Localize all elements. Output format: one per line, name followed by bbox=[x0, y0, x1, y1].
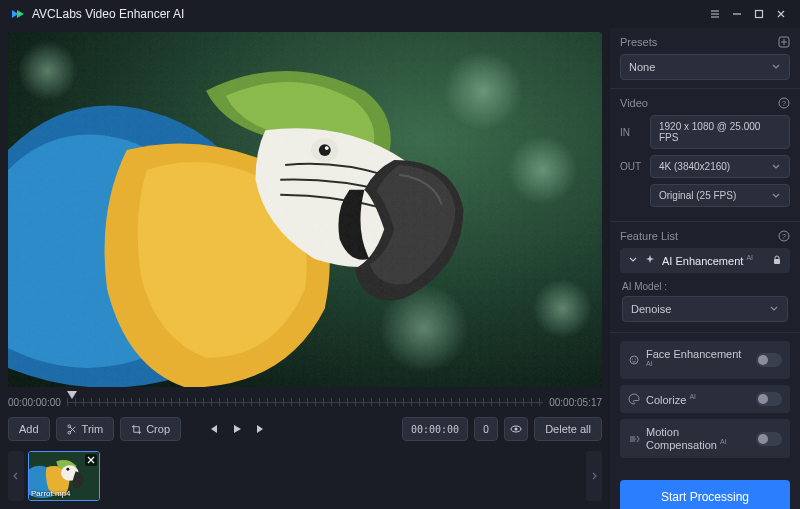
svg-point-25 bbox=[632, 358, 633, 359]
clip-remove-button[interactable] bbox=[85, 454, 97, 466]
logo-icon bbox=[10, 6, 26, 22]
thumb-next-button[interactable] bbox=[586, 451, 602, 501]
maximize-button[interactable] bbox=[750, 5, 768, 23]
video-help-button[interactable]: ? bbox=[778, 97, 790, 109]
video-preview bbox=[8, 32, 602, 387]
features-title: Feature List bbox=[620, 230, 678, 242]
out-label: OUT bbox=[620, 161, 644, 172]
app-logo: AVCLabs Video Enhancer AI bbox=[10, 6, 184, 22]
clip-thumbnail[interactable]: Parrot.mp4 bbox=[28, 451, 100, 501]
face-icon bbox=[628, 354, 640, 366]
svg-rect-10 bbox=[8, 32, 602, 387]
clip-name: Parrot.mp4 bbox=[31, 489, 71, 498]
ai-enhancement-header[interactable]: AI Enhancement AI bbox=[620, 248, 790, 273]
timeline-start: 00:00:00:00 bbox=[8, 397, 61, 408]
svg-point-11 bbox=[67, 424, 70, 427]
timeline-end: 00:00:05:17 bbox=[549, 397, 602, 408]
add-preset-button[interactable] bbox=[778, 36, 790, 48]
thumb-prev-button[interactable] bbox=[8, 451, 24, 501]
chevron-down-icon bbox=[771, 62, 781, 72]
prev-frame-button[interactable] bbox=[207, 423, 219, 435]
close-button[interactable] bbox=[772, 5, 790, 23]
palette-icon bbox=[628, 393, 640, 405]
svg-rect-0 bbox=[756, 11, 763, 18]
crop-button[interactable]: Crop bbox=[120, 417, 181, 441]
in-label: IN bbox=[620, 127, 644, 138]
preset-select[interactable]: None bbox=[620, 54, 790, 80]
svg-text:?: ? bbox=[782, 233, 786, 240]
timeline-track[interactable] bbox=[67, 395, 543, 409]
features-help-button[interactable]: ? bbox=[778, 230, 790, 242]
eye-icon bbox=[510, 423, 522, 435]
svg-point-14 bbox=[515, 428, 518, 431]
ai-model-label: AI Model : bbox=[622, 281, 788, 292]
sparkle-icon bbox=[644, 254, 656, 266]
playhead-icon[interactable] bbox=[67, 391, 77, 403]
svg-point-24 bbox=[630, 356, 638, 364]
svg-text:?: ? bbox=[782, 100, 786, 107]
svg-point-12 bbox=[67, 431, 70, 434]
chevron-down-icon bbox=[771, 162, 781, 172]
svg-point-17 bbox=[66, 468, 69, 471]
lock-icon bbox=[772, 255, 782, 265]
chevron-down-icon bbox=[628, 255, 638, 265]
colorize-row: Colorize AI bbox=[620, 385, 790, 413]
colorize-toggle[interactable] bbox=[756, 392, 782, 406]
minimize-button[interactable] bbox=[728, 5, 746, 23]
video-title: Video bbox=[620, 97, 648, 109]
play-button[interactable] bbox=[231, 423, 243, 435]
app-title: AVCLabs Video Enhancer AI bbox=[32, 7, 184, 21]
close-icon bbox=[87, 456, 95, 464]
frame-count[interactable]: 0 bbox=[474, 417, 498, 441]
face-enhancement-toggle[interactable] bbox=[756, 353, 782, 367]
presets-title: Presets bbox=[620, 36, 657, 48]
ai-model-select[interactable]: Denoise bbox=[622, 296, 788, 322]
start-processing-button[interactable]: Start Processing bbox=[620, 480, 790, 509]
next-frame-button[interactable] bbox=[255, 423, 267, 435]
scissors-icon bbox=[67, 424, 78, 435]
motion-icon bbox=[628, 433, 640, 445]
motion-compensation-row: Motion Compensation AI bbox=[620, 419, 790, 458]
titlebar: AVCLabs Video Enhancer AI bbox=[0, 0, 800, 28]
svg-point-26 bbox=[635, 358, 636, 359]
svg-rect-23 bbox=[774, 259, 780, 264]
delete-all-button[interactable]: Delete all bbox=[534, 417, 602, 441]
add-button[interactable]: Add bbox=[8, 417, 50, 441]
output-fps-select[interactable]: Original (25 FPS) bbox=[650, 184, 790, 207]
sidebar: Presets None Video ? IN 1920 x 1080 @ 25… bbox=[610, 28, 800, 509]
face-enhancement-row: Face Enhancement AI bbox=[620, 341, 790, 380]
trim-button[interactable]: Trim bbox=[56, 417, 115, 441]
current-time[interactable]: 00:00:00 bbox=[402, 417, 468, 441]
menu-button[interactable] bbox=[706, 5, 724, 23]
chevron-down-icon bbox=[769, 304, 779, 314]
output-resolution-select[interactable]: 4K (3840x2160) bbox=[650, 155, 790, 178]
motion-compensation-toggle[interactable] bbox=[756, 432, 782, 446]
crop-icon bbox=[131, 424, 142, 435]
input-resolution: 1920 x 1080 @ 25.000 FPS bbox=[650, 115, 790, 149]
timeline: 00:00:00:00 00:00:05:17 bbox=[8, 395, 602, 409]
preview-toggle-button[interactable] bbox=[504, 417, 528, 441]
chevron-down-icon bbox=[771, 191, 781, 201]
